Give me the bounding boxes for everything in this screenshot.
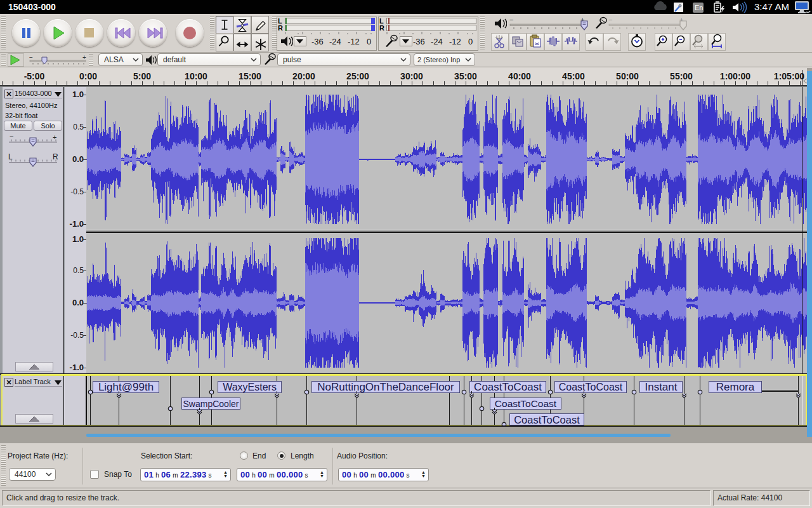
svg-text:−: − xyxy=(29,54,33,61)
svg-text:−: − xyxy=(509,17,513,23)
svg-text:+: + xyxy=(82,54,86,61)
svg-text:En: En xyxy=(695,4,703,11)
svg-text:3:47 AM: 3:47 AM xyxy=(754,1,789,12)
svg-text:−: − xyxy=(608,17,612,23)
